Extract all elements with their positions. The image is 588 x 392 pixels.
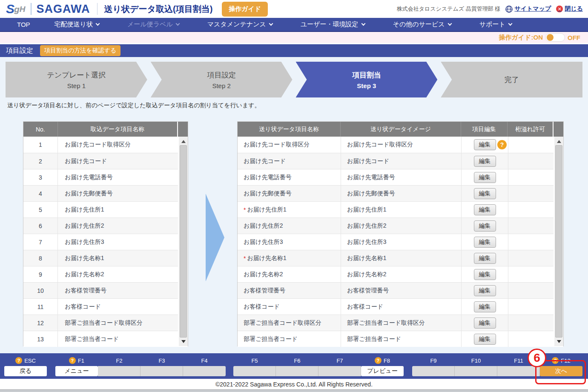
fn-action-esc[interactable]: 戻る	[4, 366, 47, 376]
nav-item-label: TOP	[17, 21, 30, 28]
edit-button[interactable]: 編集	[474, 301, 496, 312]
invoice-item-name: *お届け先名称1	[238, 250, 341, 266]
edit-button[interactable]: 編集	[474, 334, 496, 345]
nav-item-5[interactable]: ユーザー・環境設定	[287, 20, 379, 29]
overflow-allow-cell	[508, 169, 554, 185]
confirm-method-button[interactable]: 項目割当の方法を確認する	[40, 45, 120, 56]
required-asterisk: *	[244, 255, 246, 262]
edit-button[interactable]: 編集	[474, 156, 496, 167]
fn-group-2: ?F1F2F3F4メニュー	[55, 356, 226, 376]
edit-button[interactable]: 編集	[474, 204, 496, 215]
logo-divider	[31, 3, 32, 15]
guide-toggle-switch[interactable]	[545, 33, 565, 42]
nav-item-label: サポート	[479, 20, 505, 29]
edit-button[interactable]: 編集	[474, 269, 496, 280]
invoice-row: お届け先住所2お届け先住所2編集	[238, 217, 563, 234]
import-row: 10お客様管理番号	[23, 282, 188, 298]
fn-button-f9	[412, 366, 455, 376]
column-header-overflow: 桁溢れ許可	[507, 122, 553, 137]
edit-cell: 編集	[461, 315, 508, 331]
edit-button[interactable]: 編集	[474, 188, 496, 199]
fn-action-f1[interactable]: メニュー	[55, 366, 98, 376]
edit-button[interactable]: 編集	[474, 220, 496, 232]
help-icon[interactable]: ?	[552, 357, 559, 364]
close-link[interactable]: ✕ 閉じる	[556, 5, 583, 13]
edit-button[interactable]: 編集	[474, 253, 496, 264]
invoice-item-image: 部署ご担当者コード取得区分	[341, 315, 461, 331]
row-number: 4	[23, 186, 57, 201]
nav-item-4[interactable]: マスタメンテナンス	[193, 20, 287, 29]
edit-cell: 編集	[461, 218, 508, 234]
fn-button-f2	[98, 366, 141, 376]
import-row: 4お届け先郵便番号	[23, 185, 188, 201]
import-row: 2お届け先コード	[23, 153, 188, 169]
step-breadcrumb: テンプレート選択Step 1項目設定Step 2項目割当Step 3完了	[6, 62, 582, 97]
nav-item-label: ユーザー・環境設定	[301, 20, 359, 29]
row-number: 12	[23, 315, 57, 331]
scroll-up-button[interactable]	[554, 137, 563, 145]
guide-toggle-row: 操作ガイド:ON OFF	[0, 32, 588, 43]
edit-button[interactable]: 編集	[474, 172, 496, 183]
help-icon[interactable]: ?	[15, 357, 22, 364]
invoice-table-scrollbar[interactable]	[554, 137, 563, 346]
edit-button[interactable]: 編集	[474, 318, 496, 329]
import-item-name: お届け先郵便番号	[57, 186, 178, 201]
logo-letter-g: g	[14, 5, 20, 14]
fn-key-text: F12	[561, 358, 570, 364]
help-icon[interactable]: ?	[69, 357, 76, 364]
scrollbar-thumb[interactable]	[180, 145, 187, 338]
page-description: 送り状データ項目名に対し、前のページで設定した取込データ項目名の割り当てを行いま…	[7, 102, 261, 109]
scroll-up-button[interactable]	[179, 137, 188, 145]
row-number: 3	[23, 169, 57, 185]
step-subtitle: Step 2	[212, 82, 230, 89]
scroll-down-button[interactable]	[554, 338, 563, 345]
import-table-body: 1お届け先コード取得区分2お届け先コード3お届け先電話番号4お届け先郵便番号5お…	[23, 137, 188, 347]
fn-key-label-f12: ?F12	[540, 356, 582, 365]
main-nav: TOP宅配便送り状メール便ラベルマスタメンテナンスユーザー・環境設定その他のサー…	[0, 18, 588, 32]
row-number: 2	[23, 153, 57, 169]
import-table-scrollbar[interactable]	[178, 137, 188, 346]
edit-button[interactable]: 編集	[474, 139, 496, 150]
step-title: テンプレート選択	[47, 70, 106, 80]
nav-item-3: メール便ラベル	[113, 20, 193, 29]
step-2: 項目設定Step 2	[151, 62, 293, 97]
edit-button[interactable]: 編集	[474, 237, 496, 248]
edit-button[interactable]: 編集	[474, 285, 496, 296]
chevron-down-icon	[508, 22, 512, 26]
fn-action-f8[interactable]: プレビュー	[361, 366, 404, 376]
nav-item-6[interactable]: その他のサービス	[379, 20, 465, 29]
logo-letter-s: S	[6, 3, 14, 15]
fn-button-f11	[497, 366, 540, 376]
edit-cell: 編集	[461, 169, 508, 185]
header-right: 株式会社タロスシステムズ 品質管理部 様 サイトマップ ✕ 閉じる	[397, 5, 583, 13]
step-subtitle: Step 3	[357, 82, 376, 89]
import-row: 6お届け先住所2	[23, 217, 188, 234]
scroll-down-button[interactable]	[179, 338, 188, 345]
nav-item-2[interactable]: 宅配便送り状	[40, 20, 113, 29]
scrollbar-thumb[interactable]	[555, 145, 562, 338]
invoice-item-name: お届け先住所2	[238, 218, 341, 234]
sitemap-link-label: サイトマップ	[514, 5, 551, 13]
nav-item-1[interactable]: TOP	[7, 21, 40, 28]
fn-key-text: F5	[251, 358, 258, 364]
invoice-item-name: お客様管理番号	[238, 283, 341, 298]
invoice-item-name: お届け先郵便番号	[238, 186, 341, 201]
invoice-table-body: お届け先コード取得区分お届け先コード取得区分編集?お届け先コードお届け先コード編…	[238, 137, 563, 347]
operation-guide-button[interactable]: 操作ガイド	[222, 2, 268, 17]
fn-key-label-esc: ?ESC	[4, 356, 47, 365]
nav-item-7[interactable]: サポート	[465, 20, 526, 29]
import-row: 5お届け先住所1	[23, 201, 188, 217]
fn-action-f12[interactable]: 次へ	[540, 366, 582, 376]
fn-key-text: F11	[514, 358, 523, 364]
copyright-text: ©2021-2022 Sagawa Express Co.,Ltd. All R…	[215, 381, 373, 388]
fn-key-text: ESC	[24, 358, 36, 364]
help-icon[interactable]: ?	[497, 140, 507, 149]
nav-item-label: その他のサービス	[393, 20, 445, 29]
triangle-down-icon	[181, 340, 186, 343]
close-icon: ✕	[556, 6, 563, 12]
invoice-item-image: お届け先名称1	[341, 250, 461, 266]
sitemap-link[interactable]: サイトマップ	[505, 5, 551, 13]
fn-button-f5	[233, 366, 276, 376]
help-icon[interactable]: ?	[375, 357, 381, 364]
invoice-item-name: 部署ご担当者コード	[238, 331, 341, 347]
